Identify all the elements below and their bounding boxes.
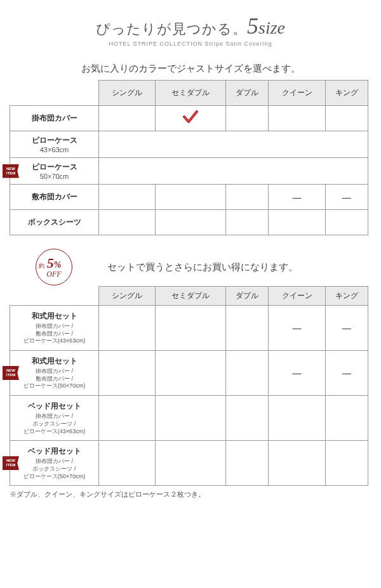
off-badge: 約 5% OFF — [10, 253, 98, 281]
row-header: ベッド用セット掛布団カバー /ボックスシーツ /ピローケース(43×63cm) — [10, 396, 99, 441]
cell — [226, 396, 269, 441]
col-single: シングル — [99, 287, 156, 306]
off-yaku: 約 — [39, 262, 44, 270]
cell: — — [269, 185, 325, 210]
row-header: 和式用セット掛布団カバー /敷布団カバー /ピローケース(43×63cm) — [10, 306, 99, 351]
cell — [156, 441, 226, 486]
new-item-badge: NEWITEM — [3, 164, 19, 178]
col-semidouble: セミダブル — [156, 81, 226, 106]
tagline: ぴったりが見つかる。5size — [0, 13, 381, 39]
table-row: NEWITEM和式用セット掛布団カバー /敷布団カバー /ピローケース(50×7… — [10, 351, 368, 396]
tagline-size: size — [258, 18, 285, 37]
table-row: 和式用セット掛布団カバー /敷布団カバー /ピローケース(43×63cm)—— — [10, 306, 368, 351]
col-single: シングル — [99, 81, 156, 106]
off-pct: 5% — [47, 256, 62, 270]
table-row: ベッド用セット掛布団カバー /ボックスシーツ /ピローケース(43×63cm) — [10, 396, 368, 441]
off-text: OFF — [46, 270, 61, 278]
cell: — — [325, 306, 368, 351]
size-table-1: シングル セミダブル ダブル クイーン キング 掛布団カバーピローケース43×6… — [10, 80, 368, 235]
cell — [325, 210, 368, 235]
cell — [226, 351, 269, 396]
cell — [99, 185, 156, 210]
col-queen: クイーン — [269, 287, 325, 306]
cell: — — [269, 306, 325, 351]
cell — [325, 106, 368, 131]
corner-cell — [10, 81, 99, 106]
section1-intro: お気に入りのカラーでジャストサイズを選べます。 — [0, 63, 381, 75]
off-badge-row: 約 5% OFF セットで買うとさらにお買い得になります。 — [10, 253, 371, 281]
cell — [156, 185, 226, 210]
cell — [156, 306, 226, 351]
size-table-2: シングル セミダブル ダブル クイーン キング 和式用セット掛布団カバー /敷布… — [10, 286, 368, 486]
cell — [269, 441, 325, 486]
section2-intro: セットで買うとさらにお買い得になります。 — [107, 261, 371, 273]
cell — [99, 441, 156, 486]
row-header: NEWITEM和式用セット掛布団カバー /敷布団カバー /ピローケース(50×7… — [10, 351, 99, 396]
table-row: 掛布団カバー — [10, 106, 368, 131]
col-double: ダブル — [226, 81, 269, 106]
cell — [156, 351, 226, 396]
cell — [325, 396, 368, 441]
table-row: 敷布団カバー—— — [10, 185, 368, 210]
cell — [99, 396, 156, 441]
table-row: ピローケース43×63cm — [10, 131, 368, 158]
row-header: 掛布団カバー — [10, 106, 99, 131]
cell: — — [325, 185, 368, 210]
subtitle: HOTEL STRIPE COLLECTION Stripe Satin Cov… — [0, 41, 381, 47]
cell — [99, 351, 156, 396]
cell — [226, 210, 269, 235]
cell: — — [325, 351, 368, 396]
cell — [269, 396, 325, 441]
table-row: NEWITEMピローケース50×70cm — [10, 158, 368, 185]
col-semidouble: セミダブル — [156, 287, 226, 306]
cell — [156, 210, 226, 235]
cell — [269, 106, 325, 131]
cell — [226, 185, 269, 210]
footnote: ※ダブル、クイーン、キングサイズはピローケース２枚つき。 — [10, 490, 371, 499]
cell — [156, 396, 226, 441]
table-row: NEWITEMベッド用セット掛布団カバー /ボックスシーツ /ピローケース(50… — [10, 441, 368, 486]
cell — [99, 106, 156, 131]
cell — [226, 106, 269, 131]
col-queen: クイーン — [269, 81, 325, 106]
check-icon — [182, 110, 199, 124]
cell — [99, 131, 368, 158]
new-item-badge: NEWITEM — [3, 456, 19, 470]
tagline-num: 5 — [247, 13, 258, 39]
new-item-badge: NEWITEM — [3, 366, 19, 380]
cell — [226, 306, 269, 351]
cell — [269, 210, 325, 235]
col-king: キング — [325, 81, 368, 106]
header: ぴったりが見つかる。5size HOTEL STRIPE COLLECTION … — [0, 0, 381, 53]
cell — [99, 210, 156, 235]
cell: — — [269, 351, 325, 396]
tagline-pre: ぴったりが見つかる。 — [96, 21, 247, 37]
table-row: ボックスシーツ — [10, 210, 368, 235]
corner-cell — [10, 287, 99, 306]
col-double: ダブル — [226, 287, 269, 306]
row-header: ボックスシーツ — [10, 210, 99, 235]
row-header: NEWITEMベッド用セット掛布団カバー /ボックスシーツ /ピローケース(50… — [10, 441, 99, 486]
row-header: ピローケース43×63cm — [10, 131, 99, 158]
cell — [99, 158, 368, 185]
row-header: 敷布団カバー — [10, 185, 99, 210]
cell — [226, 441, 269, 486]
col-king: キング — [325, 287, 368, 306]
cell — [156, 106, 226, 131]
cell — [99, 306, 156, 351]
row-header: NEWITEMピローケース50×70cm — [10, 158, 99, 185]
cell — [325, 441, 368, 486]
off-badge-circle: 約 5% OFF — [36, 249, 72, 285]
section2: 約 5% OFF セットで買うとさらにお買い得になります。 シングル セミダブル… — [0, 253, 381, 499]
